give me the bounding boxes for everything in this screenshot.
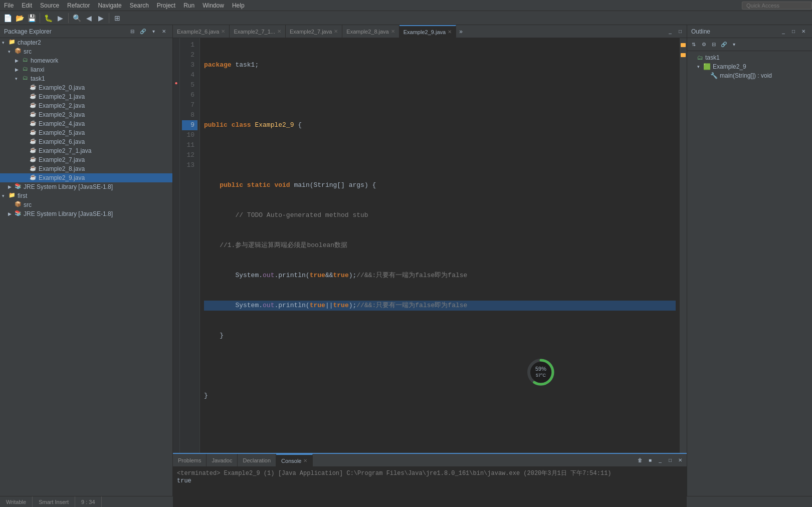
- label-jre2: JRE System Library [JavaSE-1.8]: [24, 210, 113, 217]
- tree-item-Example2_0[interactable]: ☕ Example2_0.java: [0, 83, 172, 92]
- outline-close[interactable]: ✕: [799, 27, 808, 36]
- tree-item-homework[interactable]: ▶ 🗂 homework: [0, 56, 172, 65]
- label-e0: Example2_0.java: [39, 84, 85, 91]
- tree-item-jre-first[interactable]: ▶ 📚 JRE System Library [JavaSE-1.8]: [0, 209, 172, 218]
- label-e6: Example2_6.java: [39, 138, 85, 145]
- ln-2: 2: [182, 50, 197, 60]
- console-close[interactable]: ✕: [676, 456, 685, 465]
- menu-window[interactable]: Window: [198, 1, 228, 10]
- tree-item-Example2_7[interactable]: ☕ Example2_7.java: [0, 155, 172, 164]
- tab-close-Example2_6[interactable]: ✕: [221, 29, 225, 34]
- tree-item-Example2_2[interactable]: ☕ Example2_2.java: [0, 101, 172, 110]
- toolbar-back[interactable]: ◀: [83, 13, 94, 24]
- code-editor[interactable]: ● 1 2 3 4 5 6 7 8 9 10 11 12 13: [173, 38, 687, 453]
- menu-file[interactable]: File: [0, 1, 18, 10]
- toolbar-new[interactable]: 📄: [2, 13, 13, 24]
- label-task1: task1: [31, 75, 45, 82]
- progress-ring-svg: 59% 57°C: [526, 358, 555, 387]
- menu-search[interactable]: Search: [126, 1, 153, 10]
- scroll-warning-indicator: [681, 43, 686, 47]
- tab-overflow-menu[interactable]: »: [456, 28, 466, 35]
- icon-e6: ☕: [29, 138, 37, 146]
- console-maximize[interactable]: □: [666, 456, 675, 465]
- tree-item-jre-chapter2[interactable]: ▶ 📚 JRE System Library [JavaSE-1.8]: [0, 182, 172, 191]
- tree-item-Example2_9[interactable]: ☕ Example2_9.java: [0, 173, 172, 182]
- menu-edit[interactable]: Edit: [18, 1, 36, 10]
- outline-item-task1[interactable]: 🗂 task1: [689, 53, 810, 62]
- menu-source[interactable]: Source: [36, 1, 63, 10]
- bottom-tab-console[interactable]: Console ✕: [276, 454, 313, 467]
- toolbar-search[interactable]: 🔍: [71, 13, 82, 24]
- bottom-tab-javadoc[interactable]: Javadoc: [207, 454, 238, 467]
- toolbar-perspectives[interactable]: ⊞: [112, 13, 123, 24]
- console-tab-close[interactable]: ✕: [303, 458, 307, 463]
- console-clear[interactable]: 🗑: [636, 456, 645, 465]
- tab-close-Example2_7_1[interactable]: ✕: [277, 29, 281, 34]
- tab-close-Example2_9[interactable]: ✕: [448, 29, 452, 35]
- toolbar-forward[interactable]: ▶: [95, 13, 106, 24]
- tab-close-Example2_8[interactable]: ✕: [391, 29, 395, 34]
- toolbar-save[interactable]: 💾: [26, 13, 37, 24]
- menu-refactor[interactable]: Refactor: [63, 1, 94, 10]
- toolbar-open[interactable]: 📂: [14, 13, 25, 24]
- tree-item-Example2_8[interactable]: ☕ Example2_8.java: [0, 164, 172, 173]
- explorer-close[interactable]: ✕: [159, 27, 168, 36]
- menu-navigate[interactable]: Navigate: [94, 1, 125, 10]
- editor-minimize[interactable]: _: [666, 27, 675, 36]
- tab-Example2_7_1[interactable]: Example2_7_1... ✕: [230, 25, 286, 38]
- outline-item-main[interactable]: 🔧 main(String[]) : void: [689, 71, 810, 80]
- icon-e3: ☕: [29, 111, 37, 119]
- menu-help[interactable]: Help: [228, 1, 249, 10]
- tree-item-task1[interactable]: ▾ 🗂 task1: [0, 74, 172, 83]
- outline-link[interactable]: 🔗: [719, 40, 728, 49]
- outline-filter[interactable]: ⚙: [699, 40, 708, 49]
- line-numbers: 1 2 3 4 5 6 7 8 9 10 11 12 13: [180, 38, 200, 453]
- console-terminate[interactable]: ■: [646, 456, 655, 465]
- icon-e5: ☕: [29, 129, 37, 137]
- tree-item-Example2_5[interactable]: ☕ Example2_5.java: [0, 128, 172, 137]
- outline-sort[interactable]: ⇅: [689, 40, 698, 49]
- svg-text:57°C: 57°C: [536, 373, 546, 378]
- label-e7: Example2_7.java: [39, 156, 85, 163]
- tree-item-Example2_3[interactable]: ☕ Example2_3.java: [0, 110, 172, 119]
- toolbar-debug[interactable]: 🐛: [43, 13, 54, 24]
- bottom-panel: Problems Javadoc Declaration Console ✕ 🗑: [173, 453, 687, 507]
- bottom-tab-declaration[interactable]: Declaration: [238, 454, 276, 467]
- outline-label-main: main(String[]) : void: [720, 72, 772, 79]
- explorer-link[interactable]: 🔗: [138, 27, 147, 36]
- toolbar-run[interactable]: ▶: [55, 13, 66, 24]
- tree-item-lianxi[interactable]: ▶ 🗂 lianxi: [0, 65, 172, 74]
- tree-item-chapter2[interactable]: ▾ 📁 chapter2: [0, 38, 172, 47]
- outline-item-Example2_9[interactable]: ▾ 🟩 Example2_9: [689, 62, 810, 71]
- tree-item-src[interactable]: ▾ 📦 src: [0, 47, 172, 56]
- tree-item-first[interactable]: ▾ 📁 first: [0, 191, 172, 200]
- explorer-collapse[interactable]: ⊟: [128, 27, 137, 36]
- menu-run[interactable]: Run: [179, 1, 198, 10]
- outline-minimize[interactable]: _: [779, 27, 788, 36]
- tree-item-src-first[interactable]: 📦 src: [0, 200, 172, 209]
- outline-maximize[interactable]: □: [789, 27, 798, 36]
- explorer-menu[interactable]: ▾: [149, 27, 158, 36]
- console-minimize[interactable]: _: [656, 456, 665, 465]
- tab-close-Example2_7[interactable]: ✕: [334, 29, 338, 34]
- tree-item-Example2_4[interactable]: ☕ Example2_4.java: [0, 119, 172, 128]
- outline-menu[interactable]: ▾: [729, 40, 738, 49]
- tab-Example2_7[interactable]: Example2_7.java ✕: [286, 25, 342, 38]
- tab-Example2_6[interactable]: Example2_6.java ✕: [173, 25, 230, 38]
- icon-e1: ☕: [29, 93, 37, 101]
- arrow-first: ▾: [2, 193, 8, 198]
- quick-access-input[interactable]: [742, 2, 812, 10]
- bottom-tab-bar: Problems Javadoc Declaration Console ✕ 🗑: [173, 454, 687, 467]
- tree-item-Example2_7_1[interactable]: ☕ Example2_7_1.java: [0, 146, 172, 155]
- outline-collapse-all[interactable]: ⊟: [709, 40, 718, 49]
- tree-item-Example2_6[interactable]: ☕ Example2_6.java: [0, 137, 172, 146]
- tab-Example2_9[interactable]: Example2_9.java ✕: [399, 25, 456, 38]
- tree-item-Example2_1[interactable]: ☕ Example2_1.java: [0, 92, 172, 101]
- editor-right-scrollbar[interactable]: [680, 38, 687, 453]
- menu-project[interactable]: Project: [153, 1, 179, 10]
- tab-Example2_8[interactable]: Example2_8.java ✕: [342, 25, 399, 38]
- editor-maximize[interactable]: □: [676, 27, 685, 36]
- label-chapter2: chapter2: [18, 39, 41, 46]
- code-content[interactable]: package task1; public class Example2_9 {…: [200, 38, 680, 453]
- bottom-tab-problems[interactable]: Problems: [173, 454, 207, 467]
